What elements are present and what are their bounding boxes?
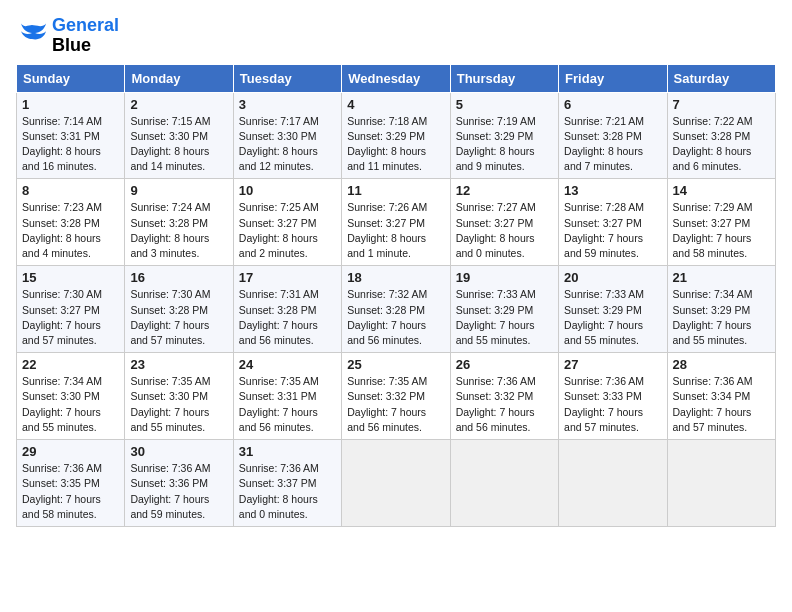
cell-content: Sunrise: 7:36 AMSunset: 3:37 PMDaylight:… [239, 462, 319, 520]
week-row-3: 15Sunrise: 7:30 AMSunset: 3:27 PMDayligh… [17, 266, 776, 353]
cell-content: Sunrise: 7:29 AMSunset: 3:27 PMDaylight:… [673, 201, 753, 259]
cell-content: Sunrise: 7:35 AMSunset: 3:31 PMDaylight:… [239, 375, 319, 433]
cell-content: Sunrise: 7:34 AMSunset: 3:29 PMDaylight:… [673, 288, 753, 346]
calendar-cell: 24Sunrise: 7:35 AMSunset: 3:31 PMDayligh… [233, 353, 341, 440]
calendar-cell: 30Sunrise: 7:36 AMSunset: 3:36 PMDayligh… [125, 440, 233, 527]
col-sunday: Sunday [17, 64, 125, 92]
day-number: 12 [456, 183, 553, 198]
cell-content: Sunrise: 7:22 AMSunset: 3:28 PMDaylight:… [673, 115, 753, 173]
week-row-2: 8Sunrise: 7:23 AMSunset: 3:28 PMDaylight… [17, 179, 776, 266]
calendar-cell: 7Sunrise: 7:22 AMSunset: 3:28 PMDaylight… [667, 92, 775, 179]
calendar-cell: 29Sunrise: 7:36 AMSunset: 3:35 PMDayligh… [17, 440, 125, 527]
day-number: 31 [239, 444, 336, 459]
day-number: 4 [347, 97, 444, 112]
calendar-cell: 9Sunrise: 7:24 AMSunset: 3:28 PMDaylight… [125, 179, 233, 266]
calendar-cell: 17Sunrise: 7:31 AMSunset: 3:28 PMDayligh… [233, 266, 341, 353]
calendar-cell: 2Sunrise: 7:15 AMSunset: 3:30 PMDaylight… [125, 92, 233, 179]
calendar-cell: 5Sunrise: 7:19 AMSunset: 3:29 PMDaylight… [450, 92, 558, 179]
cell-content: Sunrise: 7:36 AMSunset: 3:34 PMDaylight:… [673, 375, 753, 433]
day-number: 10 [239, 183, 336, 198]
calendar-cell: 21Sunrise: 7:34 AMSunset: 3:29 PMDayligh… [667, 266, 775, 353]
calendar-cell: 31Sunrise: 7:36 AMSunset: 3:37 PMDayligh… [233, 440, 341, 527]
cell-content: Sunrise: 7:23 AMSunset: 3:28 PMDaylight:… [22, 201, 102, 259]
cell-content: Sunrise: 7:21 AMSunset: 3:28 PMDaylight:… [564, 115, 644, 173]
calendar-cell: 25Sunrise: 7:35 AMSunset: 3:32 PMDayligh… [342, 353, 450, 440]
day-number: 7 [673, 97, 770, 112]
day-number: 25 [347, 357, 444, 372]
calendar-cell: 16Sunrise: 7:30 AMSunset: 3:28 PMDayligh… [125, 266, 233, 353]
col-saturday: Saturday [667, 64, 775, 92]
logo-bird-icon [16, 22, 48, 50]
calendar-cell: 6Sunrise: 7:21 AMSunset: 3:28 PMDaylight… [559, 92, 667, 179]
cell-content: Sunrise: 7:35 AMSunset: 3:32 PMDaylight:… [347, 375, 427, 433]
cell-content: Sunrise: 7:36 AMSunset: 3:32 PMDaylight:… [456, 375, 536, 433]
day-number: 18 [347, 270, 444, 285]
day-number: 22 [22, 357, 119, 372]
cell-content: Sunrise: 7:26 AMSunset: 3:27 PMDaylight:… [347, 201, 427, 259]
day-number: 2 [130, 97, 227, 112]
calendar-table: Sunday Monday Tuesday Wednesday Thursday… [16, 64, 776, 527]
day-number: 8 [22, 183, 119, 198]
calendar-cell [450, 440, 558, 527]
col-monday: Monday [125, 64, 233, 92]
week-row-5: 29Sunrise: 7:36 AMSunset: 3:35 PMDayligh… [17, 440, 776, 527]
week-row-1: 1Sunrise: 7:14 AMSunset: 3:31 PMDaylight… [17, 92, 776, 179]
page-header: General Blue [16, 16, 776, 56]
day-number: 13 [564, 183, 661, 198]
calendar-cell: 27Sunrise: 7:36 AMSunset: 3:33 PMDayligh… [559, 353, 667, 440]
calendar-cell: 10Sunrise: 7:25 AMSunset: 3:27 PMDayligh… [233, 179, 341, 266]
calendar-cell [559, 440, 667, 527]
cell-content: Sunrise: 7:36 AMSunset: 3:35 PMDaylight:… [22, 462, 102, 520]
cell-content: Sunrise: 7:25 AMSunset: 3:27 PMDaylight:… [239, 201, 319, 259]
calendar-cell: 23Sunrise: 7:35 AMSunset: 3:30 PMDayligh… [125, 353, 233, 440]
logo: General Blue [16, 16, 119, 56]
calendar-cell: 18Sunrise: 7:32 AMSunset: 3:28 PMDayligh… [342, 266, 450, 353]
day-number: 26 [456, 357, 553, 372]
day-number: 28 [673, 357, 770, 372]
logo-blue: Blue [52, 36, 119, 56]
col-tuesday: Tuesday [233, 64, 341, 92]
cell-content: Sunrise: 7:34 AMSunset: 3:30 PMDaylight:… [22, 375, 102, 433]
week-row-4: 22Sunrise: 7:34 AMSunset: 3:30 PMDayligh… [17, 353, 776, 440]
cell-content: Sunrise: 7:30 AMSunset: 3:27 PMDaylight:… [22, 288, 102, 346]
day-number: 16 [130, 270, 227, 285]
calendar-cell: 8Sunrise: 7:23 AMSunset: 3:28 PMDaylight… [17, 179, 125, 266]
calendar-cell [667, 440, 775, 527]
calendar-cell: 1Sunrise: 7:14 AMSunset: 3:31 PMDaylight… [17, 92, 125, 179]
day-number: 19 [456, 270, 553, 285]
calendar-cell: 26Sunrise: 7:36 AMSunset: 3:32 PMDayligh… [450, 353, 558, 440]
cell-content: Sunrise: 7:33 AMSunset: 3:29 PMDaylight:… [564, 288, 644, 346]
day-number: 30 [130, 444, 227, 459]
calendar-cell: 22Sunrise: 7:34 AMSunset: 3:30 PMDayligh… [17, 353, 125, 440]
day-number: 6 [564, 97, 661, 112]
calendar-cell: 12Sunrise: 7:27 AMSunset: 3:27 PMDayligh… [450, 179, 558, 266]
cell-content: Sunrise: 7:32 AMSunset: 3:28 PMDaylight:… [347, 288, 427, 346]
calendar-cell: 11Sunrise: 7:26 AMSunset: 3:27 PMDayligh… [342, 179, 450, 266]
col-thursday: Thursday [450, 64, 558, 92]
calendar-cell: 3Sunrise: 7:17 AMSunset: 3:30 PMDaylight… [233, 92, 341, 179]
cell-content: Sunrise: 7:36 AMSunset: 3:36 PMDaylight:… [130, 462, 210, 520]
day-number: 3 [239, 97, 336, 112]
day-number: 24 [239, 357, 336, 372]
calendar-cell: 14Sunrise: 7:29 AMSunset: 3:27 PMDayligh… [667, 179, 775, 266]
cell-content: Sunrise: 7:18 AMSunset: 3:29 PMDaylight:… [347, 115, 427, 173]
calendar-cell [342, 440, 450, 527]
cell-content: Sunrise: 7:36 AMSunset: 3:33 PMDaylight:… [564, 375, 644, 433]
cell-content: Sunrise: 7:27 AMSunset: 3:27 PMDaylight:… [456, 201, 536, 259]
cell-content: Sunrise: 7:35 AMSunset: 3:30 PMDaylight:… [130, 375, 210, 433]
day-number: 9 [130, 183, 227, 198]
day-number: 15 [22, 270, 119, 285]
calendar-cell: 20Sunrise: 7:33 AMSunset: 3:29 PMDayligh… [559, 266, 667, 353]
cell-content: Sunrise: 7:17 AMSunset: 3:30 PMDaylight:… [239, 115, 319, 173]
day-number: 21 [673, 270, 770, 285]
col-friday: Friday [559, 64, 667, 92]
day-number: 5 [456, 97, 553, 112]
calendar-cell: 15Sunrise: 7:30 AMSunset: 3:27 PMDayligh… [17, 266, 125, 353]
calendar-cell: 13Sunrise: 7:28 AMSunset: 3:27 PMDayligh… [559, 179, 667, 266]
day-number: 20 [564, 270, 661, 285]
logo-general: General [52, 16, 119, 36]
col-wednesday: Wednesday [342, 64, 450, 92]
cell-content: Sunrise: 7:28 AMSunset: 3:27 PMDaylight:… [564, 201, 644, 259]
header-row: Sunday Monday Tuesday Wednesday Thursday… [17, 64, 776, 92]
cell-content: Sunrise: 7:24 AMSunset: 3:28 PMDaylight:… [130, 201, 210, 259]
